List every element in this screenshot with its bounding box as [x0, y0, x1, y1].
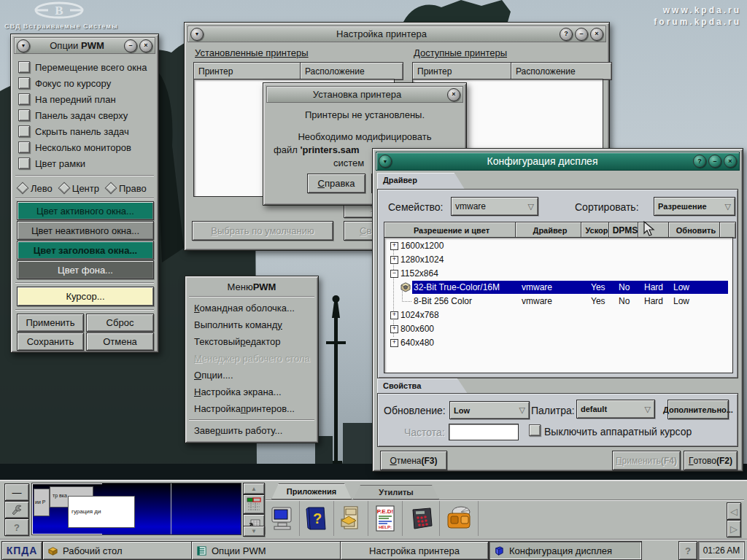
tree-row-800x600[interactable]: + 800x600: [384, 322, 729, 336]
checkbox-icon[interactable]: [18, 77, 30, 89]
launcher-item-terminal[interactable]: [266, 501, 300, 536]
expand-icon[interactable]: +: [390, 325, 398, 333]
checkbox-icon[interactable]: [18, 93, 30, 105]
radio-icon[interactable]: [58, 182, 70, 195]
titlebar-color-button[interactable]: Цвет заголовка окна...: [17, 241, 154, 260]
radio-center[interactable]: Центр: [60, 183, 99, 194]
checkbox-row[interactable]: Фокус по курсору: [18, 75, 152, 91]
inactive-window-color-button[interactable]: Цвет неактивного окна...: [17, 221, 154, 240]
help-button[interactable]: Справка: [307, 174, 365, 193]
active-window-color-button[interactable]: Цвет активного окна...: [17, 201, 154, 220]
apply-button[interactable]: Применить: [17, 314, 84, 332]
tree-row-1152x864[interactable]: − 1152x864: [384, 267, 729, 281]
checkbox-icon[interactable]: [18, 109, 30, 121]
expand-icon[interactable]: +: [390, 339, 398, 347]
collapse-icon[interactable]: −: [390, 270, 398, 278]
close-icon[interactable]: ×: [447, 88, 460, 101]
display-config-titlebar[interactable]: ▼ Конфигурация дисплея ? – ×: [376, 152, 740, 171]
launcher-item-file-manager[interactable]: [334, 501, 368, 536]
done-f2-button[interactable]: Готово (F2): [684, 451, 738, 470]
clock[interactable]: 01:26 AM: [698, 541, 745, 560]
background-color-button[interactable]: Цвет фона...: [17, 260, 154, 279]
column-header-refresh[interactable]: Обновить: [668, 222, 724, 238]
settings-button[interactable]: [4, 501, 29, 518]
launcher-item-editor[interactable]: P.E.D! HELP:: [368, 501, 403, 536]
cancel-f3-button[interactable]: Отмена (F3): [380, 451, 447, 470]
menu-item-text-editor[interactable]: Текстовый редактор: [190, 333, 314, 350]
tab-applications[interactable]: Приложения: [271, 483, 352, 499]
launcher-item-calculator[interactable]: [403, 501, 440, 536]
help-icon[interactable]: ?: [560, 28, 573, 41]
column-header-driver[interactable]: Драйвер: [515, 222, 585, 238]
cancel-button[interactable]: Отмена: [86, 332, 154, 351]
checkbox-row[interactable]: Цвет рамки: [18, 155, 152, 171]
minimize-icon[interactable]: –: [124, 39, 137, 52]
palette-dropdown[interactable]: default ▽: [576, 400, 655, 419]
cursor-button[interactable]: Курсор...: [17, 287, 154, 306]
menu-item-shell[interactable]: Командная оболочка...: [190, 300, 314, 316]
selected-row-highlight[interactable]: 32-Bit True-Color/16M vmware Yes No Hard…: [412, 281, 728, 294]
checkbox-row[interactable]: Панель задач сверху: [18, 107, 152, 123]
pager-down-button[interactable]: ▼: [243, 526, 265, 537]
checkbox-row[interactable]: Несколько мониторов: [18, 139, 152, 155]
task-button-display-config[interactable]: Конфигурация дисплея: [489, 541, 642, 560]
pager-desktop-3[interactable]: [171, 483, 241, 534]
tree-row-32bit[interactable]: 32-Bit True-Color/16M vmware Yes No Hard…: [384, 281, 729, 295]
tree-row-640x480[interactable]: + 640x480: [384, 336, 729, 350]
window-menu-icon[interactable]: ▼: [17, 39, 30, 52]
sort-dropdown[interactable]: Разрешение ▽: [654, 197, 735, 216]
tree-row-1600x1200[interactable]: + 1600x1200: [384, 239, 729, 253]
task-button-printer-setup[interactable]: Настройка принтера: [340, 541, 489, 560]
task-button-pwm-options[interactable]: Опции PWM: [191, 541, 344, 560]
expand-icon[interactable]: +: [390, 256, 398, 264]
launcher-scroll-left-button[interactable]: ◁: [727, 502, 741, 520]
reset-button[interactable]: Сброс: [86, 314, 154, 332]
desktop-pager[interactable]: ии Р тр вка гурация ди: [31, 483, 241, 535]
taskbar-help-button[interactable]: ?: [678, 541, 697, 560]
shelf-help-button[interactable]: ?: [4, 518, 29, 536]
launcher-scroll-right-button[interactable]: ▷: [727, 520, 741, 537]
minimize-icon[interactable]: –: [575, 28, 588, 41]
tab-utilities[interactable]: Утилиты: [353, 485, 439, 499]
radio-icon[interactable]: [17, 182, 29, 195]
column-header-printer[interactable]: Принтер: [412, 62, 521, 80]
launcher-item-media[interactable]: [440, 501, 479, 536]
menu-item-desktop-manager[interactable]: Менеджер рабочего стола: [190, 350, 314, 367]
close-icon[interactable]: ×: [139, 39, 152, 52]
tree-row-747x560[interactable]: + 747x560: [384, 308, 729, 322]
refresh-dropdown[interactable]: Low ▽: [449, 401, 530, 419]
window-menu-icon[interactable]: ▼: [379, 155, 392, 168]
menu-item-options[interactable]: Опции....: [190, 367, 314, 384]
kpda-start-button[interactable]: КПДА: [1, 541, 42, 560]
apply-f4-button[interactable]: Применить (F4): [612, 451, 681, 470]
menu-item-printer-setup[interactable]: Настройка принтеров...: [190, 400, 314, 417]
radio-left[interactable]: Лево: [18, 183, 53, 194]
checkbox-row[interactable]: Скрыть панель задач: [18, 123, 152, 139]
shelf-collapse-button[interactable]: —: [4, 483, 29, 501]
menu-item-shutdown[interactable]: Завершить работу...: [190, 422, 314, 439]
checkbox-icon[interactable]: [18, 125, 30, 137]
window-menu-icon[interactable]: ▼: [190, 28, 204, 41]
close-icon[interactable]: ×: [590, 28, 603, 41]
tree-row-1280x1024[interactable]: + 1280x1024: [384, 253, 729, 267]
task-button-desktop[interactable]: Рабочий стол: [42, 541, 196, 560]
pwm-options-titlebar[interactable]: ▼ Опции PWM – ×: [14, 37, 155, 54]
checkbox-icon[interactable]: [18, 61, 30, 73]
checkbox-icon[interactable]: [18, 158, 30, 169]
column-header-extra[interactable]: [719, 222, 736, 238]
hw-cursor-checkbox[interactable]: [529, 424, 541, 436]
expand-icon[interactable]: +: [390, 242, 398, 250]
family-dropdown[interactable]: vmware ▽: [451, 197, 538, 216]
checkbox-row[interactable]: На передний план: [18, 91, 152, 107]
column-header-resolution[interactable]: Разрешение и цвет: [384, 222, 519, 238]
menu-item-run-command[interactable]: Выполнить команду: [190, 316, 314, 333]
minimize-icon[interactable]: –: [708, 155, 721, 168]
column-header-location[interactable]: Расположение: [511, 62, 612, 80]
display-settings-button[interactable]: [243, 494, 265, 514]
resolution-tree[interactable]: + 1600x1200 + 1280x1024 − 1152x864 32-Bi…: [384, 237, 733, 373]
printer-install-titlebar[interactable]: Установка принтера ×: [266, 86, 463, 103]
checkbox-icon[interactable]: [18, 141, 30, 153]
help-icon[interactable]: ?: [693, 155, 706, 168]
column-header-location[interactable]: Расположение: [300, 62, 403, 80]
column-header-printer[interactable]: Принтер: [193, 62, 310, 80]
